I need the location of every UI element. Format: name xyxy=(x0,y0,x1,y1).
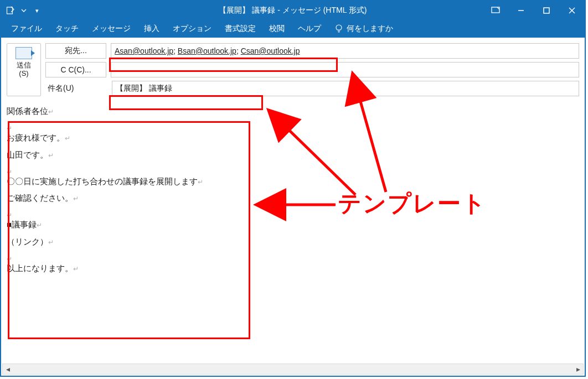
qat-overflow-icon[interactable]: ▾ xyxy=(32,6,42,15)
horizontal-scrollbar[interactable]: ◂ ▸ xyxy=(2,364,584,375)
tab-format[interactable]: 書式設定 xyxy=(218,20,262,37)
tab-touch[interactable]: タッチ xyxy=(49,20,85,37)
qat-dropdown-icon[interactable] xyxy=(19,6,29,15)
ribbon-display-options-button[interactable] xyxy=(483,1,508,20)
tab-options[interactable]: オプション xyxy=(166,20,218,37)
compose-icon[interactable] xyxy=(6,6,16,15)
send-icon xyxy=(16,47,32,59)
tab-insert[interactable]: 挿入 xyxy=(137,20,166,37)
message-body[interactable]: 関係者各位↵↵お疲れ様です。↵山田です。↵↵〇〇日に実施した打ち合わせの議事録を… xyxy=(7,104,579,360)
maximize-button[interactable] xyxy=(534,1,559,20)
titlebar: ▾ 【展開】 議事録 - メッセージ (HTML 形式) xyxy=(1,1,585,20)
subject-label: 件名(U) xyxy=(45,84,107,94)
close-button[interactable] xyxy=(559,1,585,20)
tab-file[interactable]: ファイル xyxy=(4,20,49,37)
to-field[interactable]: Asan@outlook.jp; Bsan@outlook.jp; Csan@o… xyxy=(111,43,579,59)
cc-button[interactable]: C C(C)... xyxy=(45,62,106,77)
compose-fields: 宛先... Asan@outlook.jp; Bsan@outlook.jp; … xyxy=(45,43,579,96)
lightbulb-icon xyxy=(334,24,343,33)
send-label: 送信(S) xyxy=(17,61,31,78)
scroll-left-icon[interactable]: ◂ xyxy=(3,364,13,374)
subject-field[interactable]: 【展開】 議事録 xyxy=(112,81,579,96)
compose-header: 送信(S) 宛先... Asan@outlook.jp; Bsan@outloo… xyxy=(1,38,585,96)
scroll-right-icon[interactable]: ▸ xyxy=(573,364,583,374)
send-button[interactable]: 送信(S) xyxy=(7,43,41,96)
tell-me-label: 何をしますか xyxy=(347,24,393,34)
quick-access-toolbar: ▾ xyxy=(1,6,42,15)
tell-me[interactable]: 何をしますか xyxy=(328,24,393,34)
svg-rect-0 xyxy=(7,7,13,14)
outlook-compose-window: ▾ 【展開】 議事録 - メッセージ (HTML 形式) ファイル タッチ メッ… xyxy=(0,0,586,377)
message-body-area: 関係者各位↵↵お疲れ様です。↵山田です。↵↵〇〇日に実施した打ち合わせの議事録を… xyxy=(1,100,585,376)
tab-message[interactable]: メッセージ xyxy=(85,20,137,37)
minimize-button[interactable] xyxy=(508,1,534,20)
window-controls xyxy=(483,1,585,20)
cc-field[interactable] xyxy=(111,62,579,77)
tab-review[interactable]: 校閲 xyxy=(262,20,291,37)
to-button[interactable]: 宛先... xyxy=(45,43,106,59)
svg-rect-3 xyxy=(544,8,549,13)
tab-help[interactable]: ヘルプ xyxy=(291,20,328,37)
ribbon-tabs: ファイル タッチ メッセージ 挿入 オプション 書式設定 校閲 ヘルプ 何をしま… xyxy=(1,20,585,38)
